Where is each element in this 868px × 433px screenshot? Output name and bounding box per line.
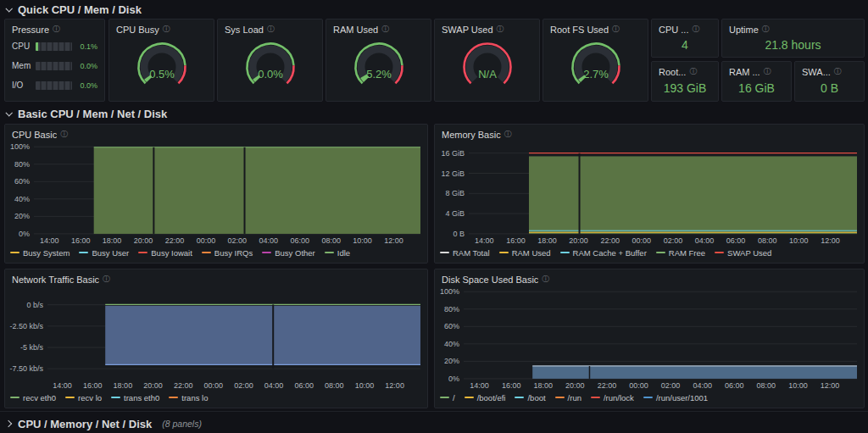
legend-label: trans lo (181, 393, 208, 402)
panel-header-root-fs-used[interactable]: Root FS Used ⓘ (543, 19, 648, 36)
x-axis-tick: 20:00 (134, 236, 153, 245)
panel-header-disk-space-used-basic[interactable]: Disk Space Used Basic ⓘ (435, 269, 864, 286)
y-axis-tick: -2.50 kb/s (9, 322, 43, 330)
info-icon[interactable]: ⓘ (53, 24, 60, 35)
info-icon[interactable]: ⓘ (764, 66, 771, 77)
panel-swap-total: SWA... ⓘ 0 B (794, 61, 865, 102)
legend-item[interactable]: Busy System (10, 248, 70, 258)
info-icon[interactable]: ⓘ (267, 24, 275, 35)
x-axis-tick: 22:00 (598, 381, 617, 390)
y-axis-tick: 60% (14, 177, 30, 186)
info-icon[interactable]: ⓘ (103, 274, 110, 285)
x-axis-tick: 12:00 (821, 236, 840, 245)
info-icon[interactable]: ⓘ (612, 24, 620, 35)
section-header-collapsed[interactable]: CPU / Memory / Net / Disk (8 panels) (6, 415, 202, 432)
panel-header-cpu-cores[interactable]: CPU ... ⓘ (652, 19, 718, 36)
info-icon[interactable]: ⓘ (497, 24, 504, 35)
legend-item[interactable]: Idle (325, 248, 350, 258)
panel-header-cpu-basic[interactable]: CPU Basic ⓘ (5, 125, 427, 142)
info-icon[interactable]: ⓘ (542, 274, 549, 285)
legend-item[interactable]: Busy IRQs (202, 248, 253, 258)
info-icon[interactable]: ⓘ (381, 24, 389, 35)
legend-item[interactable]: /run (555, 393, 581, 402)
legend-item[interactable]: Busy User (79, 248, 129, 258)
legend-item[interactable]: / (440, 393, 455, 402)
legend-item[interactable]: /boot/efi (465, 393, 506, 402)
info-icon[interactable]: ⓘ (163, 24, 170, 35)
legend-label: RAM Free (669, 248, 705, 258)
pressure-row-cpu: CPU 0.1% (5, 36, 104, 56)
panel-header-swap-used[interactable]: SWAP Used ⓘ (435, 19, 539, 36)
legend-item[interactable]: /boot (515, 393, 545, 402)
pressure-row-io: I/O 0.0% (5, 75, 104, 95)
x-axis-tick: 14:00 (475, 236, 494, 245)
panel-sys-load: Sys Load ⓘ 0.0% (217, 19, 323, 102)
panel-header-memory-basic[interactable]: Memory Basic ⓘ (435, 125, 864, 142)
info-icon[interactable]: ⓘ (60, 129, 68, 140)
panel-header-rootfs-total[interactable]: Root... ⓘ (652, 62, 718, 79)
legend-item[interactable]: Busy Iowait (138, 248, 192, 258)
info-icon[interactable]: ⓘ (504, 129, 512, 140)
panel-title: SWA... (802, 67, 831, 77)
legend-label: recv eth0 (23, 393, 56, 402)
legend-label: Idle (337, 248, 350, 258)
x-axis-tick: 14:00 (40, 236, 59, 245)
panel-header-sys-load[interactable]: Sys Load ⓘ (218, 19, 322, 36)
panel-header-uptime[interactable]: Uptime ⓘ (722, 19, 864, 36)
legend-label: /run/user/1001 (656, 393, 708, 402)
section-header-quick[interactable]: Quick CPU / Mem / Disk (6, 1, 142, 18)
panel-header-swap-total[interactable]: SWA... ⓘ (795, 62, 864, 79)
panel-ram-used: RAM Used ⓘ 5.2% (326, 19, 431, 102)
panel-header-ram-total[interactable]: RAM ... ⓘ (722, 62, 791, 79)
memory-basic-chart: 16 GiB12 GiB8 GiB4 GiB0 B14:0016:0018:00… (435, 142, 864, 263)
x-axis-tick: 02:00 (228, 236, 248, 245)
info-icon[interactable]: ⓘ (762, 24, 770, 35)
legend-item[interactable]: recv eth0 (10, 393, 56, 402)
legend-color-marker (440, 252, 449, 253)
panel-header-pressure[interactable]: Pressure ⓘ (5, 19, 104, 36)
legend-item[interactable]: RAM Free (656, 248, 705, 258)
legend-item[interactable]: RAM Used (499, 248, 551, 258)
panel-title: RAM Used (333, 25, 378, 35)
pressure-value: 0.1% (76, 42, 97, 51)
info-icon[interactable]: ⓘ (834, 66, 842, 77)
legend-label: /run (568, 393, 581, 402)
x-axis-tick: 02:00 (664, 236, 683, 245)
panel-rootfs-total: Root... ⓘ 193 GiB (651, 61, 719, 102)
panel-root-fs-used: Root FS Used ⓘ 2.7% (542, 19, 648, 102)
x-axis-tick: 10:00 (788, 381, 808, 390)
sys-load-gauge: 0.0% (218, 36, 322, 101)
chart-legend: //boot/efi/boot/run/run/lock/run/user/10… (440, 391, 857, 404)
x-axis-tick: 08:00 (321, 236, 341, 245)
legend-item[interactable]: Busy Other (262, 248, 315, 258)
legend-label: recv lo (78, 393, 102, 402)
chart-legend: RAM TotalRAM UsedRAM Cache + BufferRAM F… (440, 246, 857, 259)
legend-item[interactable]: trans eth0 (111, 393, 159, 402)
x-axis-tick: 04:00 (259, 236, 279, 245)
legend-item[interactable]: /run/lock (591, 393, 634, 402)
info-icon[interactable]: ⓘ (692, 24, 699, 35)
legend-item[interactable]: RAM Cache + Buffer (560, 248, 647, 258)
legend-item[interactable]: RAM Total (440, 248, 490, 258)
legend-item[interactable]: recv lo (65, 393, 102, 402)
panel-header-cpu-busy[interactable]: CPU Busy ⓘ (109, 19, 214, 36)
info-icon[interactable]: ⓘ (689, 66, 697, 77)
y-axis-tick: 40% (444, 340, 459, 348)
cpu-basic-chart: 100%80%60%40%20%0%14:0016:0018:0020:0022… (5, 142, 427, 263)
legend-label: Busy System (23, 248, 70, 258)
y-axis-tick: 80% (14, 160, 30, 169)
panel-header-ram-used[interactable]: RAM Used ⓘ (326, 19, 431, 36)
legend-item[interactable]: SWAP Used (715, 248, 771, 258)
chart-canvas (464, 289, 857, 380)
panel-header-network-traffic-basic[interactable]: Network Traffic Basic ⓘ (5, 269, 427, 286)
stat-value: 4 (652, 36, 718, 57)
x-axis-tick: 08:00 (325, 381, 344, 390)
x-axis-tick: 16:00 (506, 236, 526, 245)
chevron-right-icon (5, 420, 12, 427)
panel-ram-total: RAM ... ⓘ 16 GiB (721, 61, 792, 102)
legend-item[interactable]: trans lo (169, 393, 208, 402)
ram-used-gauge: 5.2% (326, 36, 431, 101)
section-header-basic[interactable]: Basic CPU / Mem / Net / Disk (6, 105, 167, 122)
legend-item[interactable]: /run/user/1001 (643, 393, 708, 402)
y-axis-tick: 80% (444, 305, 459, 314)
